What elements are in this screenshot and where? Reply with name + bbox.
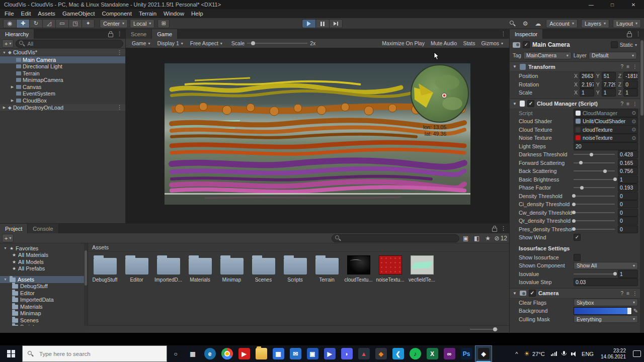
object-picker-icon[interactable]: ⊙: [632, 119, 636, 124]
y-field[interactable]: 7.729: [602, 80, 616, 88]
object-picker-icon[interactable]: ⊙: [632, 110, 636, 116]
slider-handle[interactable]: [493, 327, 497, 331]
maximize-button[interactable]: □: [602, 0, 623, 9]
object-picker-icon[interactable]: ⊙: [632, 127, 636, 132]
scale-slider[interactable]: Scale 2x: [231, 40, 315, 46]
project-search-input[interactable]: [332, 234, 459, 242]
tab-project[interactable]: Project: [0, 224, 28, 233]
asset-item[interactable]: Terrain: [311, 253, 343, 291]
scrollbar-thumb[interactable]: [640, 40, 643, 116]
object-reference-field[interactable]: Unlit/CloudShader ⊙: [574, 117, 638, 126]
background-color-swatch[interactable]: [574, 307, 632, 315]
start-button[interactable]: [0, 345, 22, 362]
component-enabled-checkbox[interactable]: ✓: [529, 290, 536, 297]
x-field[interactable]: 1: [580, 88, 594, 97]
shown-component-dropdown[interactable]: Show All▾: [574, 262, 638, 269]
assets-root-item[interactable]: ▼ Assets: [0, 276, 88, 283]
taskbar-app[interactable]: ◗: [338, 345, 355, 362]
property-value-field[interactable]: 0.193: [618, 184, 638, 192]
stats-toggle[interactable]: Stats: [460, 39, 478, 47]
isovalue-step-field[interactable]: 0.03: [574, 278, 638, 286]
create-button[interactable]: +▾: [2, 39, 14, 48]
property-slider[interactable]: [574, 184, 615, 191]
search-button[interactable]: [508, 19, 517, 28]
property-value-field[interactable]: 0: [618, 200, 638, 208]
asset-item[interactable]: Materials: [184, 253, 216, 291]
kebab-menu-icon[interactable]: ⋮: [117, 31, 122, 37]
scene-row-dontdestroyonload[interactable]: ▶ ◆ DontDestroyOnLoad ⋮: [0, 104, 125, 112]
taskbar-app[interactable]: ▦: [270, 345, 287, 362]
property-slider[interactable]: [574, 226, 615, 233]
property-slider[interactable]: [574, 151, 615, 158]
camera-component-header[interactable]: ▼ ✓ Camera ?≡⋮: [510, 288, 640, 299]
project-tree-folder[interactable]: Scripts: [0, 324, 88, 326]
asset-item[interactable]: Minimap: [216, 253, 248, 291]
taskbar-app[interactable]: ▲: [355, 345, 372, 362]
kebab-menu-icon[interactable]: ⋮: [501, 31, 506, 37]
static-checkbox[interactable]: [611, 41, 618, 48]
slider-handle[interactable]: [603, 169, 607, 173]
tab-game[interactable]: Game: [152, 29, 178, 39]
scrollbar-thumb[interactable]: [85, 250, 87, 286]
tab-inspector[interactable]: Inspector: [510, 29, 543, 39]
asset-item[interactable]: cloudTextu...: [343, 253, 374, 291]
isovalue-field[interactable]: 1: [618, 270, 638, 278]
object-reference-field[interactable]: cloudTexture ⊙: [574, 125, 638, 134]
hierarchy-item[interactable]: ▶ Canvas: [0, 83, 125, 90]
hierarchy-search-input[interactable]: All: [16, 40, 123, 48]
preset-icon[interactable]: ≡: [626, 64, 629, 69]
object-reference-field[interactable]: noiseTexture ⊙: [574, 134, 638, 142]
static-toggle[interactable]: Static ▾: [611, 41, 637, 48]
taskbar-app[interactable]: ◆: [372, 345, 389, 362]
property-slider[interactable]: [574, 167, 615, 174]
menu-item[interactable]: Help: [188, 11, 207, 17]
action-center-button[interactable]: [630, 345, 644, 362]
foldout-icon[interactable]: ▼: [3, 246, 8, 250]
property-value-field[interactable]: 0.756: [618, 167, 638, 175]
property-value-field[interactable]: 0.428: [618, 150, 638, 158]
slider-handle[interactable]: [251, 41, 255, 45]
slider-handle[interactable]: [572, 203, 576, 206]
mute-audio-toggle[interactable]: Mute Audio: [428, 39, 460, 47]
project-tree-folder[interactable]: Scenes: [0, 317, 88, 324]
hierarchy-item[interactable]: ▶ CloudBox: [0, 97, 125, 104]
hierarchy-item[interactable]: ▶ Directional Light: [0, 63, 125, 70]
foldout-icon[interactable]: ▼: [512, 64, 517, 69]
y-field[interactable]: 51: [602, 72, 616, 80]
search-by-type-icon[interactable]: ▣: [461, 234, 470, 243]
show-isosurface-checkbox[interactable]: [574, 254, 581, 261]
favorites-item[interactable]: ★ All Materials: [0, 252, 88, 259]
z-field[interactable]: -1818: [623, 72, 638, 80]
tool-button[interactable]: ✦: [82, 19, 95, 28]
property-slider[interactable]: [574, 217, 615, 224]
thumbnail-size-slider[interactable]: [470, 329, 498, 330]
tool-button[interactable]: ◉: [3, 19, 16, 28]
scene-row[interactable]: ▼ ◆ CloudVis* ⋮: [0, 49, 125, 56]
aspect-dropdown[interactable]: Free Aspect▾: [187, 39, 225, 47]
project-tree-folder[interactable]: Minimap: [0, 310, 88, 317]
property-value-field[interactable]: 0: [618, 217, 638, 225]
slider-handle[interactable]: [572, 194, 576, 198]
culling-mask-dropdown[interactable]: Everything▾: [574, 315, 638, 323]
account-dropdown[interactable]: Account▾: [546, 19, 578, 28]
favorites-item[interactable]: ★ All Prefabs: [0, 265, 88, 273]
tool-button[interactable]: ◳: [68, 19, 82, 28]
slider-handle[interactable]: [572, 219, 576, 223]
preset-icon[interactable]: ≡: [626, 291, 629, 296]
foldout-icon[interactable]: ▶: [2, 106, 7, 110]
display-dropdown[interactable]: Display 1▾: [154, 39, 186, 47]
show-wind-checkbox[interactable]: ✓: [574, 234, 581, 241]
asset-item[interactable]: ImportedD...: [152, 253, 184, 291]
layer-dropdown[interactable]: Default▾: [589, 52, 637, 59]
search-by-label-icon[interactable]: ◧: [472, 234, 481, 243]
taskbar-app[interactable]: X: [424, 345, 441, 362]
active-checkbox[interactable]: ✓: [523, 41, 530, 48]
slider-handle[interactable]: [572, 211, 576, 214]
create-asset-button[interactable]: +▾: [2, 234, 14, 242]
project-tree-folder[interactable]: Materials: [0, 303, 88, 310]
taskbar-search[interactable]: [22, 345, 167, 362]
property-value-field[interactable]: 0: [618, 225, 638, 233]
gizmos-dropdown[interactable]: Gizmos▾: [478, 39, 506, 47]
menu-item[interactable]: File: [1, 11, 18, 17]
tag-dropdown[interactable]: MainCamera▾: [523, 52, 572, 59]
